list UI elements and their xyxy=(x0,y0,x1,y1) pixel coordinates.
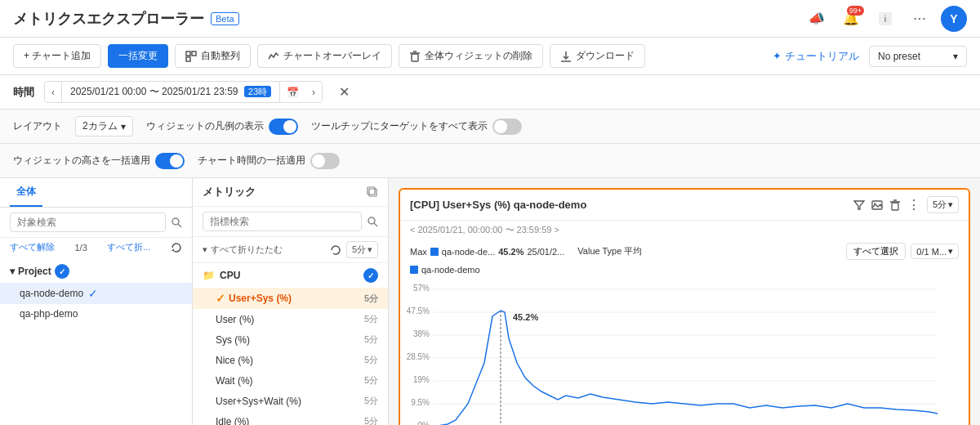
tab-all[interactable]: 全体 xyxy=(10,181,42,207)
more-icon[interactable]: ⋮ xyxy=(907,197,920,212)
time-navigation: ‹ 2025/01/21 00:00 〜 2025/01/21 23:59 23… xyxy=(44,81,323,103)
metrics-panel: メトリック ▾ すべて折りたたむ 5分 ▾ 📁 xyxy=(193,178,389,425)
target-search-input[interactable] xyxy=(10,212,166,232)
delete-icon[interactable] xyxy=(889,199,901,211)
bulk-edit-button[interactable]: 一括変更 xyxy=(108,44,168,68)
collapse-label: すべて折りたたむ xyxy=(211,244,283,256)
timebar: 時間 ‹ 2025/01/21 00:00 〜 2025/01/21 23:59… xyxy=(0,75,980,110)
main-content: 全体 すべて解除 1/3 すべて折... ▾ Project ✓ qa-node… xyxy=(0,178,980,425)
height-toggle[interactable] xyxy=(155,153,185,169)
metric-item-nice[interactable]: Nice (%) 5分 xyxy=(193,350,388,370)
svg-text:38%: 38% xyxy=(413,329,430,338)
layout-bar: レイアウト 2カラム ▾ ウィジェットの凡例の表示 ツールチップにターゲットをす… xyxy=(0,110,980,144)
refresh-icon[interactable] xyxy=(171,242,182,253)
metric-item-wait[interactable]: Wait (%) 5分 xyxy=(193,370,388,391)
megaphone-button[interactable]: 📣 xyxy=(804,6,830,32)
time-calendar-button[interactable]: 📅 xyxy=(280,83,305,101)
metrics-collapse-row: ▾ すべて折りたたむ 5分 ▾ xyxy=(193,237,388,263)
image-icon[interactable] xyxy=(871,199,883,211)
refresh-icon[interactable] xyxy=(330,244,341,256)
layout-column-select[interactable]: 2カラム ▾ xyxy=(75,116,133,136)
add-chart-button[interactable]: + チャート追加 xyxy=(13,44,101,68)
project-section: ▾ Project ✓ qa-node-demo ✓ qa-php-demo xyxy=(0,257,192,425)
preset-select[interactable]: No preset ▾ xyxy=(869,46,967,67)
deselect-all-button[interactable]: すべて解除 xyxy=(10,241,55,253)
widget-time-range: < 2025/01/21, 00:00:00 〜 23:59:59 > xyxy=(400,221,969,239)
interval-select[interactable]: 5分 ▾ xyxy=(346,241,378,258)
metric-label: User+Sys+Wait (%) xyxy=(216,396,364,407)
metric-label: Sys (%) xyxy=(216,334,364,346)
metric-interval: 5分 xyxy=(364,354,378,366)
height-toggle-label: ウィジェットの高さを一括適用 xyxy=(13,154,150,168)
download-button[interactable]: ダウンロード xyxy=(550,44,645,68)
project-header: ▾ Project ✓ xyxy=(0,260,192,283)
chart-overlay-button[interactable]: チャートオーバーレイ xyxy=(257,44,392,68)
time-prev-button[interactable]: ‹ xyxy=(45,83,61,101)
metric-item-idle[interactable]: Idle (%) 5分 xyxy=(193,411,388,425)
info-button[interactable]: i xyxy=(872,6,898,32)
time-next-button[interactable]: › xyxy=(305,83,322,101)
svg-text:i: i xyxy=(884,14,886,24)
metric-item-user[interactable]: User (%) 5分 xyxy=(193,309,388,329)
target-section: 全体 xyxy=(0,178,192,208)
chevron-down-icon: ▾ xyxy=(368,244,372,255)
metric-list: 📁 CPU ✓ ✓ User+Sys (%) 5分 User (%) 5分 Sy… xyxy=(193,263,388,425)
metric-label: Idle (%) xyxy=(216,416,364,426)
collapse-all-btn[interactable]: ▾ すべて折りたたむ xyxy=(203,244,283,256)
chevron-down-icon: ▾ xyxy=(953,51,958,62)
svg-text:19%: 19% xyxy=(413,375,430,384)
metrics-header: メトリック xyxy=(193,178,388,207)
metric-item-user-sys-wait[interactable]: User+Sys+Wait (%) 5分 xyxy=(193,391,388,411)
project-item-qa-php[interactable]: qa-php-demo xyxy=(0,304,192,324)
chart-area: [CPU] User+Sys (%) qa-node-demo ⋮ 5分 ▾ <… xyxy=(389,178,980,425)
chart-time-toggle[interactable] xyxy=(310,153,340,169)
metric-interval: 5分 xyxy=(364,374,378,387)
stats-max: Max qa-node-de... 45.2% 25/01/2... xyxy=(410,247,564,257)
svg-rect-13 xyxy=(368,187,375,195)
svg-text:45.2%: 45.2% xyxy=(513,312,538,322)
notification-button[interactable]: 🔔 99+ xyxy=(838,6,864,32)
delete-all-button[interactable]: 全体ウィジェットの削除 xyxy=(399,44,543,68)
header-left: メトリクスエクスプローラー Beta xyxy=(13,9,239,29)
host-count-select[interactable]: 0/1 M... ▾ xyxy=(911,244,959,259)
chart-svg-container: 57% 47.5% 38% 28.5% 19% 9.5% 0% xyxy=(400,281,969,425)
svg-rect-4 xyxy=(186,57,190,61)
target-tabs: 全体 xyxy=(0,178,192,207)
more-button[interactable]: ⋯ xyxy=(906,6,933,32)
search-icon xyxy=(171,217,182,228)
metric-item-sys[interactable]: Sys (%) 5分 xyxy=(193,329,388,350)
widget-controls: ⋮ 5分 ▾ xyxy=(853,196,959,213)
notification-badge: 99+ xyxy=(847,6,864,16)
project-check-icon: ✓ xyxy=(55,264,69,279)
svg-line-15 xyxy=(374,223,377,226)
legend-toggle[interactable] xyxy=(269,119,298,135)
metrics-search-input[interactable] xyxy=(203,212,362,231)
svg-rect-18 xyxy=(892,203,898,210)
time-badge: 23時 xyxy=(244,86,271,97)
metric-item-user-sys[interactable]: ✓ User+Sys (%) 5分 xyxy=(193,288,388,309)
collapse-all-button[interactable]: すべて折... xyxy=(107,241,150,253)
legend-dot xyxy=(410,266,418,274)
auto-arrange-button[interactable]: 自動整列 xyxy=(175,44,251,68)
chart-overlay-label: チャートオーバーレイ xyxy=(283,49,381,63)
tooltip-toggle[interactable] xyxy=(492,119,522,135)
widget-interval-select[interactable]: 5分 ▾ xyxy=(927,196,959,213)
svg-point-10 xyxy=(172,218,179,225)
metric-interval: 5分 xyxy=(364,415,378,425)
select-all-button[interactable]: すべて選択 xyxy=(846,243,906,260)
timebar-close-button[interactable]: ✕ xyxy=(339,84,350,100)
target-search-row xyxy=(0,208,192,238)
interval-label: 5分 xyxy=(933,199,947,211)
cpu-group-header[interactable]: 📁 CPU ✓ xyxy=(193,263,388,288)
widget-title: [CPU] User+Sys (%) qa-node-demo xyxy=(410,199,586,211)
filter-icon[interactable] xyxy=(853,199,865,211)
tutorial-button[interactable]: ✦ チュートリアル xyxy=(773,49,859,64)
metric-interval: 5分 xyxy=(364,333,378,346)
avatar[interactable]: Y xyxy=(941,6,967,32)
metrics-search-row xyxy=(193,207,388,237)
metric-label: Nice (%) xyxy=(216,355,364,366)
copy-icon[interactable] xyxy=(367,186,378,198)
svg-rect-2 xyxy=(186,51,190,56)
project-item-qa-node[interactable]: qa-node-demo ✓ xyxy=(0,283,192,304)
preset-label: No preset xyxy=(878,51,920,62)
